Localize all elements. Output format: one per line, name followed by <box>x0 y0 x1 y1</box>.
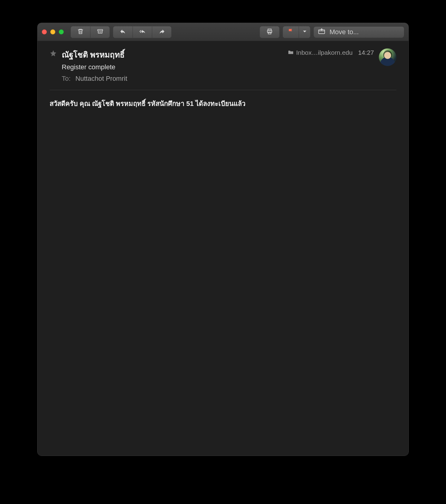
archive-button[interactable] <box>90 26 110 38</box>
header-meta: Inbox…ilpakorn.edu 14:27 <box>288 49 374 56</box>
reply-button[interactable] <box>113 26 133 38</box>
reply-all-button[interactable] <box>133 26 152 38</box>
svg-rect-0 <box>97 29 103 31</box>
message-body: สวัสดีครับ คุณ ณัฐโชติ พรหมฤทธิ์ รหัสนัก… <box>50 99 396 121</box>
star-icon <box>50 50 57 57</box>
delete-group <box>71 26 110 38</box>
zoom-window-button[interactable] <box>59 29 64 34</box>
sender-avatar[interactable] <box>379 48 396 66</box>
flag-group <box>283 26 310 38</box>
move-to-label: Move to... <box>330 28 359 36</box>
to-label: To: <box>62 75 71 83</box>
close-window-button[interactable] <box>42 29 47 34</box>
folder-tag[interactable]: Inbox…ilpakorn.edu <box>288 49 353 56</box>
mail-message-window: Move to... ณัฐโชติ พรหมฤทธิ์ Register co… <box>37 23 409 456</box>
delete-button[interactable] <box>71 26 90 38</box>
header-divider <box>50 90 396 90</box>
print-button[interactable] <box>260 26 279 38</box>
print-icon <box>266 28 273 36</box>
reply-all-icon <box>139 28 146 36</box>
print-group <box>260 26 280 38</box>
message-header: ณัฐโชติ พรหมฤทธิ์ Register complete To: … <box>50 48 396 83</box>
to-row: To: Nuttachot Promrit <box>62 75 283 83</box>
message-time: 14:27 <box>358 49 374 56</box>
chevron-down-icon <box>301 28 308 36</box>
header-main: ณัฐโชติ พรหมฤทธิ์ Register complete To: … <box>62 48 283 83</box>
minimize-window-button[interactable] <box>50 29 55 34</box>
subject-line: Register complete <box>62 63 283 71</box>
forward-button[interactable] <box>152 26 171 38</box>
toolbar: Move to... <box>38 23 408 41</box>
flag-dropdown-button[interactable] <box>299 26 310 38</box>
reply-group <box>113 26 172 38</box>
move-to-button[interactable]: Move to... <box>313 26 404 38</box>
flag-button[interactable] <box>283 26 299 38</box>
to-value: Nuttachot Promrit <box>75 75 127 83</box>
folder-label: Inbox…ilpakorn.edu <box>296 49 353 56</box>
flag-icon <box>287 28 294 36</box>
star-toggle[interactable] <box>50 50 57 57</box>
archive-icon <box>97 28 103 36</box>
reply-icon <box>120 28 126 36</box>
trash-icon <box>77 28 84 36</box>
message-content: ณัฐโชติ พรหมฤทธิ์ Register complete To: … <box>38 41 408 456</box>
folder-icon <box>288 49 294 56</box>
move-to-icon <box>318 28 325 36</box>
sender-name: ณัฐโชติ พรหมฤทธิ์ <box>62 48 283 61</box>
window-traffic-lights <box>42 29 64 34</box>
forward-icon <box>159 28 165 36</box>
